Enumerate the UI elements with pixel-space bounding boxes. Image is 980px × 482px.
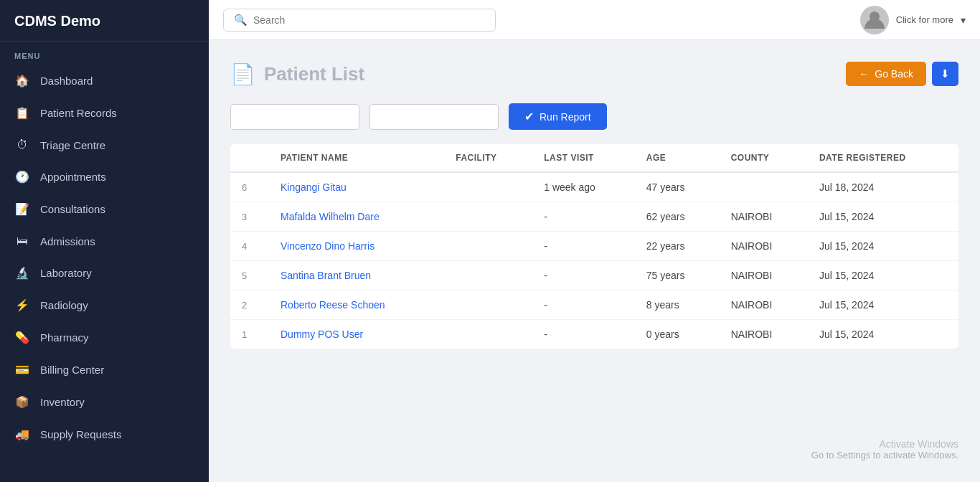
click-for-more-label[interactable]: Click for more [896,14,953,25]
appointments-icon: 🕐 [14,170,30,184]
table-row: 3Mafalda Wilhelm Dare-62 yearsNAIROBIJul… [230,202,958,232]
sidebar-item-laboratory[interactable]: 🔬 Laboratory [0,257,209,289]
table-cell: NAIROBI [720,320,808,349]
table-cell [444,232,532,261]
patient-table: PATIENT NAMEFACILITYLAST VISITAGECOUNTYD… [230,144,958,349]
inventory-icon: 📦 [14,395,30,409]
triage-centre-icon: ⏱ [14,138,30,151]
patient-records-icon: 📋 [14,106,30,120]
table-header-cell: COUNTY [720,144,808,172]
search-wrapper[interactable]: 🔍 [223,9,496,32]
run-report-icon: ✔ [524,110,534,123]
avatar[interactable] [860,6,889,34]
supply-requests-icon: 🚚 [14,427,30,441]
table-cell [444,290,532,320]
sidebar-label-billing-center: Billing Center [40,364,104,376]
page-title: Patient List [264,63,364,85]
table-header-cell [230,144,269,172]
table-row: 2Roberto Reese Schoen-8 yearsNAIROBIJul … [230,290,958,320]
content-area: 📄 Patient List ← Go Back ⬇ 2024-07-01 20… [209,40,980,482]
table-cell: - [532,290,635,320]
sidebar-label-triage-centre: Triage Centre [40,139,105,151]
topbar: 🔍 Click for more ▾ [209,0,980,40]
table-cell: 5 [230,261,269,290]
table-header-cell: AGE [635,144,720,172]
table-cell: Jul 15, 2024 [808,232,958,261]
table-header-cell: LAST VISIT [532,144,635,172]
sidebar-item-appointments[interactable]: 🕐 Appointments [0,161,209,193]
date-to-input[interactable]: 2024-07-31 [369,104,499,130]
table-cell: Jul 15, 2024 [808,290,958,320]
table-cell: 22 years [635,232,720,261]
radiology-icon: ⚡ [14,298,30,312]
sidebar-item-triage-centre[interactable]: ⏱ Triage Centre [0,129,209,161]
app-title: CDMS Demo [0,0,209,42]
table-row: 1Dummy POS User-0 yearsNAIROBIJul 15, 20… [230,320,958,349]
table-cell: 1 week ago [532,172,635,202]
sidebar-label-pharmacy: Pharmacy [40,331,89,344]
sidebar-item-dashboard[interactable]: 🏠 Dashboard [0,65,209,97]
table-cell: Jul 15, 2024 [808,261,958,290]
sidebar-item-admissions[interactable]: 🛏 Admissions [0,225,209,257]
date-from-input[interactable]: 2024-07-01 [230,104,359,130]
table-cell [444,172,532,202]
run-report-button[interactable]: ✔ Run Report [509,103,607,130]
sidebar-item-patient-records[interactable]: 📋 Patient Records [0,97,209,129]
sidebar-item-pharmacy[interactable]: 💊 Pharmacy [0,321,209,354]
table-cell: 2 [230,290,269,320]
sidebar-label-dashboard: Dashboard [40,75,93,87]
sidebar-label-supply-requests: Supply Requests [40,428,121,440]
run-report-label: Run Report [540,111,591,123]
table-cell: NAIROBI [720,202,808,232]
sidebar-item-billing-center[interactable]: 💳 Billing Center [0,354,209,386]
sidebar-item-supply-requests[interactable]: 🚚 Supply Requests [0,418,209,450]
table-cell: NAIROBI [720,232,808,261]
table-cell[interactable]: Kingangi Gitau [269,172,444,202]
go-back-label: Go Back [875,68,913,80]
table-header-row: PATIENT NAMEFACILITYLAST VISITAGECOUNTYD… [230,144,958,172]
main-content: 🔍 Click for more ▾ 📄 Patient List ← Go B… [209,0,980,482]
dashboard-icon: 🏠 [14,74,30,88]
table-cell: 4 [230,232,269,261]
sidebar-item-radiology[interactable]: ⚡ Radiology [0,289,209,321]
go-back-button[interactable]: ← Go Back [846,62,926,86]
filter-bar: 2024-07-01 2024-07-31 ✔ Run Report [230,103,958,130]
table-cell[interactable]: Roberto Reese Schoen [269,290,444,320]
sidebar-label-consultations: Consultations [40,203,105,215]
page-title-wrapper: 📄 Patient List [230,62,364,86]
sidebar-item-consultations[interactable]: 📝 Consultations [0,193,209,225]
sidebar-label-radiology: Radiology [40,299,88,311]
table-cell[interactable]: Vincenzo Dino Harris [269,232,444,261]
export-icon: ⬇ [941,67,950,80]
pharmacy-icon: 💊 [14,331,30,344]
table-cell[interactable]: Mafalda Wilhelm Dare [269,202,444,232]
table-cell [444,320,532,349]
export-button[interactable]: ⬇ [932,62,958,86]
header-actions: ← Go Back ⬇ [846,62,958,86]
billing-center-icon: 💳 [14,363,30,377]
table-row: 6Kingangi Gitau1 week ago47 yearsJul 18,… [230,172,958,202]
table-row: 5Santina Brant Bruen-75 yearsNAIROBIJul … [230,261,958,290]
page-header: 📄 Patient List ← Go Back ⬇ [230,62,958,86]
sidebar-label-laboratory: Laboratory [40,267,92,279]
sidebar: CDMS Demo MENU 🏠 Dashboard📋 Patient Reco… [0,0,209,482]
search-input[interactable] [253,14,485,26]
table-header-cell: FACILITY [444,144,532,172]
table-cell[interactable]: Dummy POS User [269,320,444,349]
table-cell: 1 [230,320,269,349]
table-cell: 8 years [635,290,720,320]
table-cell: NAIROBI [720,290,808,320]
table-cell: - [532,261,635,290]
sidebar-item-inventory[interactable]: 📦 Inventory [0,386,209,418]
admissions-icon: 🛏 [14,235,30,247]
table-cell[interactable]: Santina Brant Bruen [269,261,444,290]
table-cell: - [532,202,635,232]
sidebar-label-admissions: Admissions [40,235,95,247]
sidebar-label-appointments: Appointments [40,171,106,183]
table-cell: 75 years [635,261,720,290]
menu-label: MENU [0,42,209,65]
dropdown-arrow-icon[interactable]: ▾ [961,14,966,26]
table-header-cell: DATE REGISTERED [808,144,958,172]
table-cell: - [532,320,635,349]
table-cell: 6 [230,172,269,202]
